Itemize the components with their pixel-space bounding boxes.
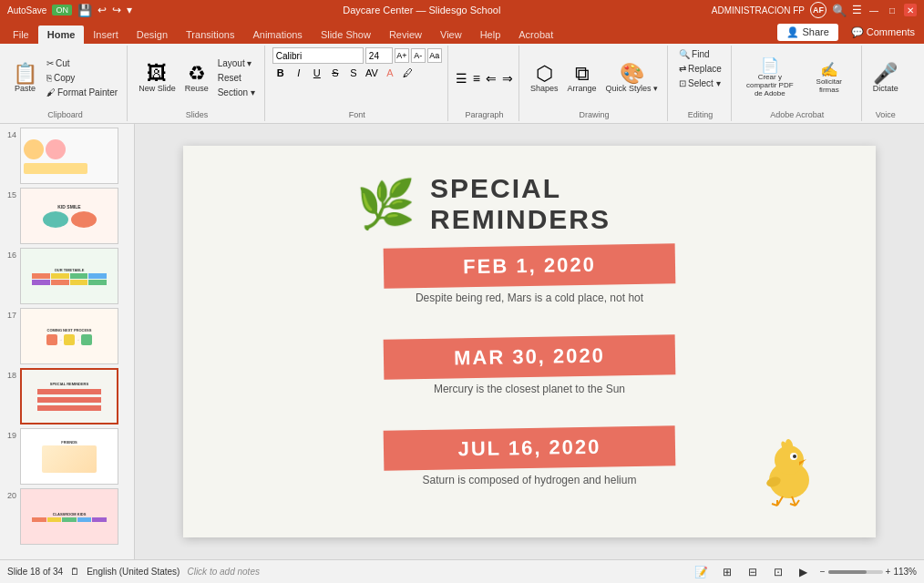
font-color-button[interactable]: A xyxy=(382,65,398,81)
share-icon: 👤 xyxy=(786,26,799,38)
replace-button[interactable]: ⇄ Replace xyxy=(675,62,725,76)
reminder-date-2: MAR 30, 2020 xyxy=(454,344,605,371)
shadow-button[interactable]: S xyxy=(345,65,362,81)
slide-img-20[interactable]: CLASSROOM KIDS xyxy=(20,488,118,545)
create-pdf-button[interactable]: 📄 Crear y compartir PDF de Adobe xyxy=(739,56,801,100)
maximize-btn[interactable]: □ xyxy=(886,4,898,16)
bottom-bar-right: 📝 ⊞ ⊟ ⊡ ▶ − + 113% xyxy=(693,563,917,581)
slide-num-17: 17 xyxy=(4,311,16,320)
slide-thumb-20[interactable]: 20 CLASSROOM KIDS xyxy=(4,488,130,545)
drawing-label: Drawing xyxy=(580,108,610,119)
zoom-in-button[interactable]: + xyxy=(886,567,891,577)
copy-button[interactable]: ⎘ Copy xyxy=(43,71,121,85)
slide-img-16[interactable]: OUR TIMETABLE xyxy=(20,248,118,304)
view-normal-button[interactable]: ⊞ xyxy=(718,563,736,581)
autosave-toggle[interactable]: ON xyxy=(52,5,72,15)
slide-thumb-16[interactable]: 16 OUR TIMETABLE xyxy=(4,248,130,304)
save-icon[interactable]: 💾 xyxy=(77,4,92,17)
tab-animations[interactable]: Animations xyxy=(243,26,311,44)
slide-num-18: 18 xyxy=(4,371,16,380)
slide-img-14[interactable] xyxy=(20,128,118,184)
slide-thumb-17[interactable]: 17 COMING NEXT PROCESS → → xyxy=(4,308,130,364)
layout-button[interactable]: Layout ▾ xyxy=(214,56,259,70)
slide-thumb-19[interactable]: 19 FRIENDS xyxy=(4,428,130,485)
user-avatar[interactable]: AF xyxy=(810,2,826,18)
comments-button[interactable]: 💬 Comments xyxy=(842,24,924,41)
tab-review[interactable]: Review xyxy=(380,26,431,44)
share-button[interactable]: 👤 Share xyxy=(777,24,837,41)
new-slide-button[interactable]: 🖼 New Slide xyxy=(135,61,180,96)
tab-insert[interactable]: Insert xyxy=(84,26,128,44)
tab-design[interactable]: Design xyxy=(128,26,177,44)
redo-icon[interactable]: ↪ xyxy=(112,4,121,16)
font-size-box[interactable]: 24 xyxy=(365,47,393,64)
format-painter-button[interactable]: 🖌 Format Painter xyxy=(43,86,121,99)
view-slideshow-button[interactable]: ▶ xyxy=(795,563,813,581)
clear-format[interactable]: Aa xyxy=(427,48,442,63)
dictate-button[interactable]: 🎤 Dictate xyxy=(869,61,902,96)
highlight-button[interactable]: 🖊 xyxy=(400,65,416,81)
char-spacing-button[interactable]: AV xyxy=(364,65,380,81)
strikethrough-button[interactable]: S xyxy=(327,65,344,81)
indent-inc[interactable]: ⇒ xyxy=(502,71,513,86)
tab-view[interactable]: View xyxy=(431,26,471,44)
bullets-button[interactable]: ☰ xyxy=(456,71,467,86)
pdf-icon: 📄 xyxy=(761,58,779,73)
tab-help[interactable]: Help xyxy=(471,26,510,44)
search-ribbon-icon[interactable]: 🔍 xyxy=(832,4,847,17)
slide-img-17[interactable]: COMING NEXT PROCESS → → xyxy=(20,308,118,364)
slide-main-title: SPECIAL REMINDERS xyxy=(430,173,703,235)
paste-button[interactable]: 📋 Paste xyxy=(9,61,41,96)
slide-panel[interactable]: 14 15 KID SMILE xyxy=(0,124,135,559)
minimize-btn[interactable]: — xyxy=(868,4,880,16)
cut-button[interactable]: ✂ Cut xyxy=(43,56,121,70)
ribbon-icon[interactable]: ☰ xyxy=(852,4,862,16)
slide-img-18[interactable]: SPECIAL REMINDERS xyxy=(20,368,118,424)
slide-img-19[interactable]: FRIENDS xyxy=(20,428,118,485)
indent-dec[interactable]: ⇐ xyxy=(486,71,497,86)
slide-thumb-15[interactable]: 15 KID SMILE xyxy=(4,188,130,244)
customize-icon[interactable]: ▾ xyxy=(127,4,132,16)
slide-thumb-14[interactable]: 14 xyxy=(4,128,130,184)
tab-home[interactable]: Home xyxy=(38,26,85,44)
ribbon-group-drawing: ⬡ Shapes ⧉ Arrange 🎨 Quick Styles ▾ Draw… xyxy=(521,46,668,121)
solicitar-button[interactable]: ✍ Solicitar firmas xyxy=(803,60,856,97)
numbering-button[interactable]: ≡ xyxy=(473,71,480,86)
select-button[interactable]: ⊡ Select ▾ xyxy=(675,77,725,90)
zoom-control[interactable]: − + 113% xyxy=(820,567,917,577)
leaf-icon: 🌿 xyxy=(356,180,416,228)
slide-thumb-18[interactable]: 18 SPECIAL REMINDERS xyxy=(4,368,130,424)
slides-label: Slides xyxy=(186,108,209,119)
tab-acrobat[interactable]: Acrobat xyxy=(509,26,562,44)
underline-button[interactable]: U xyxy=(309,65,325,81)
reset-button[interactable]: Reset xyxy=(214,71,259,85)
font-name-box[interactable]: Calibri xyxy=(272,47,364,64)
undo-icon[interactable]: ↩ xyxy=(98,4,107,16)
drawing-buttons: ⬡ Shapes ⧉ Arrange 🎨 Quick Styles ▾ xyxy=(527,47,662,108)
reuse-button[interactable]: ♻ Reuse xyxy=(181,61,212,96)
slide-canvas[interactable]: 🌿 SPECIAL REMINDERS FEB 1, 2020 Despite … xyxy=(183,146,876,537)
reminder-block-3: JUL 16, 2020 Saturn is composed of hydro… xyxy=(384,428,675,486)
zoom-slider[interactable] xyxy=(828,570,883,574)
notes-button[interactable]: 📝 xyxy=(693,563,711,581)
bold-button[interactable]: B xyxy=(272,65,289,81)
slide-img-15[interactable]: KID SMILE xyxy=(20,188,118,244)
close-btn[interactable]: ✕ xyxy=(904,4,917,16)
zoom-out-button[interactable]: − xyxy=(820,567,826,577)
italic-button[interactable]: I xyxy=(291,65,307,81)
tab-file[interactable]: File xyxy=(4,26,38,44)
section-button[interactable]: Section ▾ xyxy=(214,86,259,99)
share-label: Share xyxy=(802,26,828,37)
arrange-button[interactable]: ⧉ Arrange xyxy=(564,61,601,96)
tab-slideshow[interactable]: Slide Show xyxy=(312,26,380,44)
font-size-down[interactable]: A- xyxy=(411,48,426,63)
click-to-add-notes[interactable]: Click to add notes xyxy=(187,567,260,577)
user-name: ADMINISTRACION FP xyxy=(712,5,805,15)
quick-styles-button[interactable]: 🎨 Quick Styles ▾ xyxy=(602,61,662,96)
view-reading-button[interactable]: ⊡ xyxy=(769,563,787,581)
find-button[interactable]: 🔍 Find xyxy=(675,47,725,61)
font-size-up[interactable]: A+ xyxy=(395,48,409,63)
view-slide-sorter-button[interactable]: ⊟ xyxy=(744,563,762,581)
shapes-button[interactable]: ⬡ Shapes xyxy=(527,61,562,96)
tab-transitions[interactable]: Transitions xyxy=(177,26,243,44)
